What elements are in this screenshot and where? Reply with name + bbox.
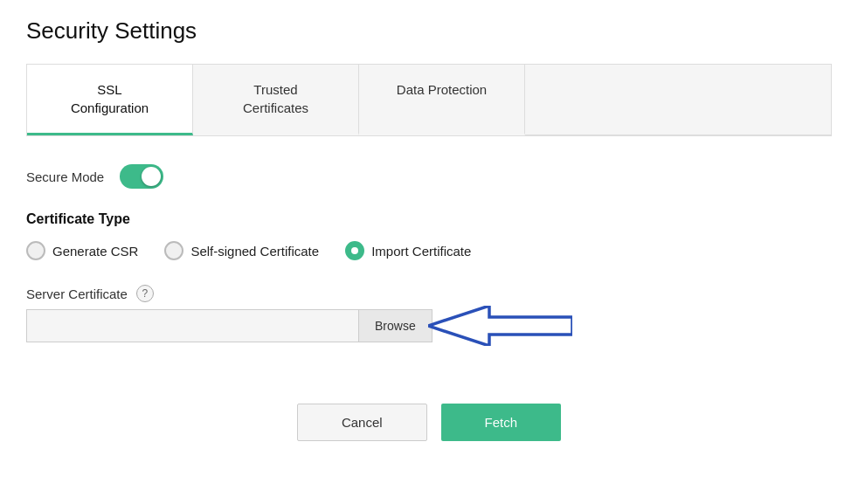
page-title: Security Settings <box>26 17 832 45</box>
radio-circle-generate-csr <box>26 241 45 260</box>
svg-marker-0 <box>428 306 572 346</box>
radio-circle-import <box>345 241 364 260</box>
certificate-type-label: Certificate Type <box>26 211 832 227</box>
server-certificate-field-label-row: Server Certificate ? <box>26 285 832 302</box>
tab-filler <box>525 65 831 135</box>
tab-content: Secure Mode Certificate Type Generate CS… <box>26 155 832 351</box>
browse-button[interactable]: Browse <box>358 309 432 342</box>
server-certificate-label: Server Certificate <box>26 287 128 301</box>
radio-option-generate-csr[interactable]: Generate CSR <box>26 241 138 260</box>
toggle-track <box>120 164 163 189</box>
server-certificate-help-icon[interactable]: ? <box>136 285 154 302</box>
radio-group-certificate-type: Generate CSR Self-signed Certificate Imp… <box>26 241 832 260</box>
radio-label-self-signed: Self-signed Certificate <box>190 244 319 259</box>
server-certificate-input-row: Browse <box>26 309 832 342</box>
server-certificate-input[interactable] <box>26 309 358 342</box>
radio-label-generate-csr: Generate CSR <box>52 244 138 259</box>
fetch-button[interactable]: Fetch <box>441 404 562 441</box>
tab-trusted-certificates[interactable]: TrustedCertificates <box>193 65 359 135</box>
tab-data-protection[interactable]: Data Protection <box>359 65 525 135</box>
tab-divider <box>26 135 832 136</box>
radio-option-self-signed[interactable]: Self-signed Certificate <box>164 241 319 260</box>
cancel-button[interactable]: Cancel <box>297 404 427 441</box>
radio-option-import[interactable]: Import Certificate <box>345 241 471 260</box>
secure-mode-label: Secure Mode <box>26 169 104 184</box>
tab-ssl[interactable]: SSLConfiguration <box>27 65 193 135</box>
toggle-thumb <box>142 167 161 186</box>
radio-circle-self-signed <box>164 241 183 260</box>
secure-mode-row: Secure Mode <box>26 164 832 189</box>
action-row: Cancel Fetch <box>26 404 832 441</box>
tab-bar: SSLConfiguration TrustedCertificates Dat… <box>26 64 832 135</box>
radio-label-import: Import Certificate <box>371 244 471 259</box>
browse-arrow-annotation <box>428 306 572 346</box>
secure-mode-toggle[interactable] <box>120 164 163 189</box>
